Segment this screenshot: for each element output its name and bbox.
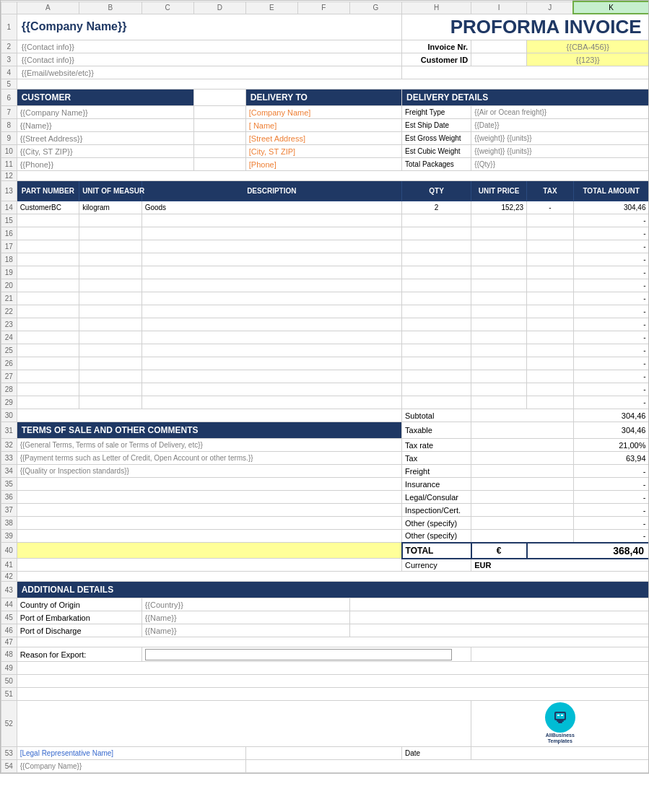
other2-value: - <box>643 531 646 540</box>
row-20-num: 20 <box>1 279 17 292</box>
insurance-label: Insurance <box>405 480 440 489</box>
row-16-num: 16 <box>1 227 17 240</box>
row-9-num: 9 <box>1 132 17 145</box>
currency-label: Currency <box>405 561 437 569</box>
col-c-header: C <box>141 1 193 14</box>
total-label-cell: TOTAL <box>402 543 471 559</box>
row-2-num: 2 <box>1 40 17 53</box>
reason-label-cell: Reason for Export: <box>17 647 141 662</box>
col-b-header: B <box>79 1 142 14</box>
invoice-nr-label: Invoice Nr. <box>427 43 468 51</box>
row-3-num: 3 <box>1 53 17 66</box>
col-e-header: E <box>245 1 297 14</box>
row45-empty <box>349 611 649 624</box>
row5-empty <box>17 79 649 90</box>
deliv-street: [Street Address] <box>249 134 305 143</box>
total-currency-cell: € <box>471 543 527 559</box>
total-amount-label: TOTAL AMOUNT <box>583 187 640 195</box>
customer-section-header: CUSTOMER <box>17 90 193 106</box>
row-6-num: 6 <box>1 90 17 106</box>
gross-weight-value-cell: {{weight}} {{units}} <box>471 132 649 145</box>
row14-unit: kilogram <box>79 201 142 214</box>
row35-terms-empty <box>17 478 401 491</box>
reason-label: Reason for Export: <box>20 650 87 659</box>
row14-qty: 2 <box>402 201 471 214</box>
gross-weight-label-cell: Est Gross Weight <box>402 132 471 145</box>
contact1-cell: {{Contact info}} <box>17 40 401 53</box>
total-value-cell: 368,40 <box>527 543 649 559</box>
row-39-num: 39 <box>1 530 17 543</box>
taxable-value: 304,46 <box>622 426 646 435</box>
row30-terms-empty <box>17 409 401 422</box>
embarkation-label: Port of Embarkation <box>20 614 90 622</box>
deliv-city-cell: [City, ST ZIP] <box>245 145 401 158</box>
terms-header-cell: TERMS OF SALE AND OTHER COMMENTS <box>17 422 401 439</box>
subtotal-empty <box>471 409 574 422</box>
logo-circle <box>545 702 575 733</box>
packages-label: Total Packages <box>405 160 454 168</box>
packages-label-cell: Total Packages <box>402 158 471 171</box>
logo-icon <box>552 710 568 725</box>
additional-header-label: ADDITIONAL DETAILS <box>22 585 114 595</box>
row37-dashed-cell <box>17 504 401 517</box>
tax-rate-value-cell: 21,00% <box>573 439 649 452</box>
email-cell: {{Email/website/etc}} <box>17 66 401 79</box>
customer-header-label: CUSTOMER <box>22 92 71 102</box>
row46-empty <box>349 624 649 637</box>
logo-cell: AllBusiness Templates <box>471 701 649 747</box>
row-38-num: 38 <box>1 517 17 530</box>
unit-price-label: UNIT PRICE <box>479 187 520 195</box>
logo-text: AllBusiness Templates <box>546 733 575 745</box>
deliv-name-cell: [ Name] <box>245 119 401 132</box>
reason-input-box[interactable] <box>145 649 452 660</box>
embarkation-label-cell: Port of Embarkation <box>17 611 141 624</box>
legal-label-cell: Legal/Consular <box>402 491 471 504</box>
country-value-cell: {{Country}} <box>141 598 349 611</box>
row50-empty <box>17 675 649 688</box>
customer-id-value-cell: {{123}} <box>527 53 649 66</box>
company-name: {{Company Name}} <box>22 20 127 32</box>
reason-input-cell[interactable] <box>141 647 471 662</box>
col-unit-measure-header: UNIT OF MEASUR <box>79 181 142 201</box>
description-label: DESCRIPTION <box>247 187 296 195</box>
row-15-num: 15 <box>1 214 17 227</box>
cust-company: {{Company Name}} <box>20 108 88 117</box>
deliv-city: [City, ST ZIP] <box>249 147 295 156</box>
cust-street-cell: {{Street Address}} <box>17 132 193 145</box>
additional-details-header: ADDITIONAL DETAILS <box>17 582 649 598</box>
tax-rate-empty <box>471 439 574 452</box>
inspection-label: Inspection/Cert. <box>405 506 461 515</box>
row40-terms-yellow <box>17 543 401 559</box>
row-41-num: 41 <box>1 559 17 572</box>
cust-company-cell: {{Company Name}} <box>17 106 193 119</box>
total-value: 368,40 <box>613 545 644 556</box>
deliv-company-cell: [Company Name] <box>245 106 401 119</box>
email: {{Email/website/etc}} <box>22 69 94 77</box>
terms-line1: {{General Terms, Terms of sale or Terms … <box>20 441 203 449</box>
col-h-header: H <box>402 1 471 14</box>
row-18-num: 18 <box>1 253 17 266</box>
col-total-header: TOTAL AMOUNT <box>573 181 649 201</box>
sig-company-cell: {{Company Name}} <box>17 759 245 772</box>
terms-line2: {{Payment terms such as Letter of Credit… <box>20 454 253 462</box>
row-50-num: 50 <box>1 675 17 688</box>
other2-empty <box>471 530 574 543</box>
tax-rate-label: Tax rate <box>405 441 433 450</box>
total-currency: € <box>497 546 502 556</box>
legal-value-cell: - <box>573 491 649 504</box>
taxable-value-cell: 304,46 <box>573 422 649 439</box>
deliv-street-cell: [Street Address] <box>245 132 401 145</box>
invoice-title: PROFORMA INVOICE <box>405 16 645 38</box>
row-51-num: 51 <box>1 688 17 701</box>
company-name-cell: {{Company Name}} <box>17 14 401 40</box>
insurance-value: - <box>643 480 646 489</box>
legal-label: Legal/Consular <box>405 493 458 502</box>
row44-empty <box>349 598 649 611</box>
freight-value: {{Air or Ocean freight}} <box>474 108 546 116</box>
deliv-phone-cell: [Phone] <box>245 158 401 171</box>
country-value: {{Country}} <box>145 601 183 609</box>
row-46-num: 46 <box>1 624 17 637</box>
customer-id-label: Customer ID <box>421 56 468 64</box>
row51-empty <box>17 688 649 701</box>
row-8-num: 8 <box>1 119 17 132</box>
